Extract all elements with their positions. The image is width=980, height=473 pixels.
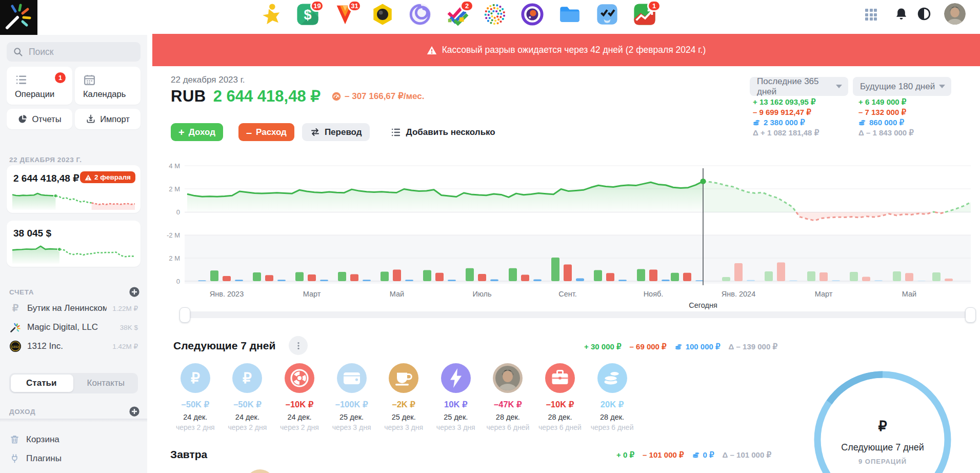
operation-item[interactable]: –10K ₽ 28 дек. через 6 дней bbox=[534, 363, 586, 431]
sidebar-item-import[interactable]: Импорт bbox=[75, 109, 141, 129]
operation-item[interactable]: –10K ₽ 24 дек. через 2 дня bbox=[273, 363, 326, 431]
add-expense-button[interactable]: –Расход bbox=[238, 123, 294, 141]
apps-grid-icon[interactable] bbox=[865, 9, 877, 21]
balance-chart[interactable]: 4 M2 M0-2 M2 M0Янв. 2023МартМайИюльСент.… bbox=[152, 149, 980, 313]
slider-track[interactable] bbox=[185, 311, 971, 318]
cash-gap-date-badge[interactable]: 2 февраля bbox=[80, 171, 135, 183]
svg-text:2 M: 2 M bbox=[169, 254, 180, 262]
sidebar-item-plugins[interactable]: Плагины bbox=[9, 453, 62, 464]
account-name: Magic Digital, LLC bbox=[27, 322, 114, 332]
theme-contrast-icon[interactable] bbox=[917, 7, 931, 21]
chart-range-slider[interactable] bbox=[179, 307, 976, 323]
currency-label[interactable]: RUB bbox=[171, 87, 206, 106]
notifications-bell-icon[interactable] bbox=[894, 7, 908, 21]
checkface-app-icon[interactable] bbox=[595, 3, 619, 26]
stat-expense: – 7 132 000 ₽ bbox=[858, 108, 961, 116]
coins-icon bbox=[675, 343, 683, 350]
period-past-label: Последние 365 дней bbox=[757, 76, 836, 97]
app-logo[interactable] bbox=[0, 0, 37, 35]
minus-icon: – bbox=[246, 127, 252, 137]
plugins-label: Плагины bbox=[26, 454, 62, 464]
operation-relative-date: через 3 дня bbox=[430, 423, 482, 431]
operation-date: 24 дек. bbox=[222, 413, 274, 421]
operation-item[interactable]: 20K ₽ 28 дек. через 6 дней bbox=[586, 363, 638, 431]
tab-articles[interactable]: Статьи bbox=[9, 373, 74, 393]
wallet-glyph-icon bbox=[337, 363, 367, 393]
operation-date: 25 дек. bbox=[430, 413, 482, 421]
operation-item[interactable]: 10K ₽ 25 дек. через 3 дня bbox=[430, 363, 482, 431]
add-income-button[interactable]: +Доход bbox=[171, 123, 223, 141]
operation-amount: –100K ₽ bbox=[326, 400, 378, 409]
account-row[interactable]: Magic Digital, LLC 38K $ bbox=[7, 320, 141, 335]
operation-item[interactable]: –100K ₽ 25 дек. через 3 дня bbox=[326, 363, 378, 431]
trash-icon bbox=[9, 434, 20, 445]
slider-handle-right[interactable] bbox=[965, 307, 976, 323]
add-transfer-button[interactable]: Перевод bbox=[302, 123, 370, 141]
svg-text:Янв. 2024: Янв. 2024 bbox=[722, 290, 756, 298]
search-input[interactable] bbox=[28, 46, 134, 58]
operation-item[interactable]: ₽ –50K ₽ 24 дек. через 2 дня bbox=[169, 363, 222, 431]
hexagon-app-icon[interactable] bbox=[371, 3, 394, 26]
spiral-app-icon[interactable] bbox=[408, 3, 432, 26]
add-income-category-button[interactable] bbox=[129, 406, 140, 417]
checkmarks-app-icon[interactable]: 2 bbox=[446, 3, 469, 26]
magic-wand-logo-icon bbox=[0, 0, 37, 35]
growth-chart-app-icon[interactable]: 1 bbox=[633, 3, 656, 26]
donut-currency: ₽ bbox=[878, 419, 887, 434]
coins-glyph-icon bbox=[597, 363, 627, 393]
lens-app-icon[interactable] bbox=[521, 3, 544, 26]
star-app-icon[interactable] bbox=[258, 3, 282, 26]
sidebar: 1 Операции Календарь Отчеты Импорт 22 ДЕ… bbox=[0, 35, 147, 473]
calendar-label: Календарь bbox=[83, 89, 126, 99]
operation-date: 24 дек. bbox=[169, 413, 222, 421]
usd-balance-card[interactable]: 38 045 $ bbox=[7, 221, 141, 267]
tab-contacts[interactable]: Контакты bbox=[74, 373, 138, 393]
operation-item[interactable]: –47K ₽ 28 дек. через 6 дней bbox=[482, 363, 534, 431]
operation-date: 28 дек. bbox=[534, 413, 586, 421]
stat-transfer: 2 380 000 ₽ bbox=[753, 119, 855, 126]
search-box[interactable] bbox=[7, 42, 141, 62]
dollar-app-icon[interactable]: $19 bbox=[296, 3, 319, 26]
user-avatar[interactable] bbox=[944, 3, 966, 25]
stat-transfer: 100 000 ₽ bbox=[675, 343, 721, 350]
stat-expense: – 101 000 ₽ bbox=[643, 451, 684, 459]
cash-gap-alert-banner: Кассовый разрыв ожидается через 42 дней … bbox=[152, 34, 980, 66]
operation-date: 28 дек. bbox=[586, 413, 638, 421]
iconsphere-app-icon[interactable] bbox=[483, 3, 507, 26]
stat-delta: Δ – 101 000 ₽ bbox=[723, 451, 771, 459]
sidebar-date-header: 22 ДЕКАБРЯ 2023 Г. bbox=[9, 156, 82, 164]
balance-row: RUB 2 644 418,48 ₽ – 307 166,67 ₽/мес. bbox=[171, 87, 425, 106]
slider-handle-left[interactable] bbox=[179, 307, 190, 323]
app-badge: 19 bbox=[310, 0, 324, 12]
operation-amount: 20K ₽ bbox=[586, 400, 638, 409]
period-dropdown-future[interactable]: Будущие 180 дней bbox=[853, 77, 951, 96]
next7-menu-button[interactable] bbox=[289, 336, 308, 355]
operation-amount: –47K ₽ bbox=[482, 400, 534, 409]
sidebar-item-calendar[interactable]: Календарь bbox=[75, 67, 141, 105]
sidebar-item-operations[interactable]: 1 Операции bbox=[7, 67, 72, 105]
sidebar-item-reports[interactable]: Отчеты bbox=[7, 109, 72, 129]
stat-transfer: 0 ₽ bbox=[692, 451, 714, 459]
radiation-glyph-icon bbox=[285, 363, 314, 393]
stat-delta: Δ – 1 843 000 ₽ bbox=[858, 129, 961, 136]
bulk-list-icon bbox=[390, 127, 402, 138]
topbar: $193121 bbox=[0, 0, 980, 35]
operation-item[interactable]: –2K ₽ 25 дек. через 3 дня bbox=[377, 363, 430, 431]
tomorrow-totals: + 0 ₽– 101 000 ₽0 ₽Δ – 101 000 ₽ bbox=[564, 451, 771, 459]
period-dropdown-past[interactable]: Последние 365 дней bbox=[750, 77, 848, 96]
folder-app-icon[interactable] bbox=[558, 3, 582, 26]
rub-balance-card[interactable]: 2 644 418,48 ₽ 2 февраля bbox=[7, 165, 141, 213]
svg-text:₽: ₽ bbox=[191, 370, 200, 386]
operation-relative-date: через 3 дня bbox=[326, 423, 378, 431]
account-row[interactable]: ₽ Бутик на Ленинском 1.22M ₽ bbox=[7, 301, 141, 316]
import-label: Импорт bbox=[100, 114, 130, 124]
plus-icon: + bbox=[178, 127, 185, 137]
add-account-button[interactable] bbox=[129, 286, 140, 298]
svg-text:-2 M: -2 M bbox=[167, 231, 180, 239]
bulk-add-button[interactable]: Добавить несколько bbox=[390, 127, 495, 138]
account-row[interactable]: 1312 1312 Inc. 1.42M ₽ bbox=[7, 339, 141, 354]
operation-item[interactable]: ₽ –50K ₽ 24 дек. через 2 дня bbox=[222, 363, 274, 431]
v-app-icon[interactable]: 31 bbox=[333, 3, 357, 26]
sidebar-item-trash[interactable]: Корзина bbox=[9, 434, 59, 445]
tomorrow-operation-icon[interactable] bbox=[245, 469, 275, 473]
